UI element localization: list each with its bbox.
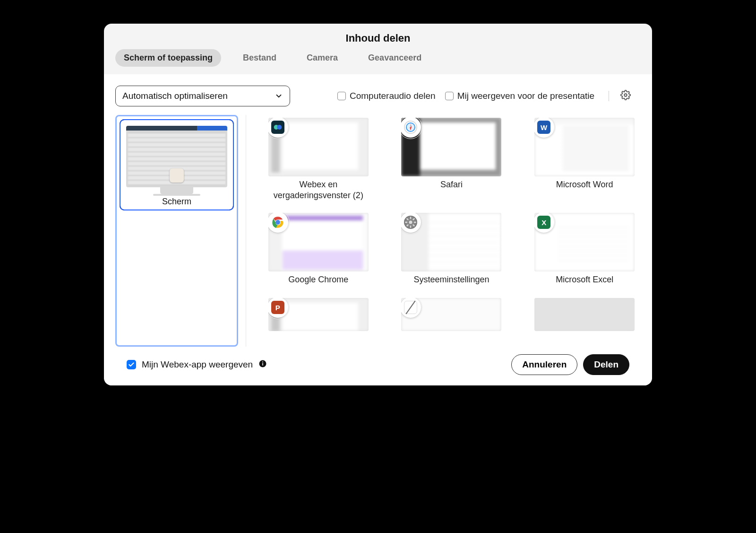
tab-advanced[interactable]: Geavanceerd bbox=[360, 49, 430, 67]
svg-point-5 bbox=[407, 124, 414, 131]
share-content-dialog: Inhoud delen Scherm of toepassing Bestan… bbox=[104, 24, 652, 385]
dialog-body: Automatisch optimaliseren Computeraudio … bbox=[104, 74, 652, 385]
svg-point-3 bbox=[406, 122, 415, 132]
app-item-other[interactable] bbox=[533, 298, 636, 345]
svg-line-18 bbox=[413, 225, 414, 226]
tab-file[interactable]: Bestand bbox=[234, 49, 285, 67]
app-thumbnail bbox=[401, 213, 501, 271]
app-thumbnail: X bbox=[534, 213, 635, 271]
svg-line-20 bbox=[413, 218, 414, 220]
dialog-title: Inhoud delen bbox=[104, 32, 652, 44]
share-computer-audio-checkbox[interactable]: Computeraudio delen bbox=[337, 91, 436, 101]
svg-point-12 bbox=[409, 221, 412, 224]
app-item-word[interactable]: WMicrosoft Word bbox=[533, 118, 636, 201]
word-app-icon: W bbox=[534, 118, 554, 138]
svg-point-1 bbox=[274, 125, 278, 130]
svg-point-11 bbox=[405, 217, 416, 227]
checkbox-box bbox=[337, 92, 346, 100]
app-thumbnail bbox=[534, 298, 635, 331]
app-item-textedit[interactable] bbox=[400, 298, 503, 345]
share-computer-audio-label: Computeraudio delen bbox=[350, 91, 436, 101]
safari-app-icon bbox=[401, 118, 421, 138]
excel-app-icon: X bbox=[534, 213, 554, 233]
checkbox-box bbox=[445, 92, 454, 100]
optimize-dropdown-value: Automatisch optimaliseren bbox=[122, 91, 228, 101]
tab-screen-or-app[interactable]: Scherm of toepassing bbox=[115, 49, 221, 67]
sysprefs-app-icon bbox=[401, 213, 421, 233]
show-me-for-presentation-checkbox[interactable]: Mij weergeven voor de presentatie bbox=[445, 91, 594, 101]
share-content-row: Scherm Webex en vergaderingsvenster (2)S… bbox=[115, 115, 641, 347]
applications-grid: Webex en vergaderingsvenster (2)SafariWM… bbox=[254, 115, 641, 347]
app-thumbnail: W bbox=[534, 118, 635, 176]
svg-point-4 bbox=[407, 123, 414, 131]
svg-point-9 bbox=[275, 220, 280, 225]
app-item-label: Webex en vergaderingsvenster (2) bbox=[267, 179, 370, 201]
app-item-chrome[interactable]: Google Chrome bbox=[267, 213, 370, 286]
svg-rect-22 bbox=[262, 363, 263, 366]
tab-camera[interactable]: Camera bbox=[298, 49, 346, 67]
show-me-for-presentation-label: Mij weergeven voor de presentatie bbox=[457, 91, 594, 101]
app-item-label: Google Chrome bbox=[288, 274, 348, 286]
dialog-header: Inhoud delen bbox=[104, 24, 652, 49]
app-item-label: Systeeminstellingen bbox=[413, 274, 489, 286]
chrome-app-icon bbox=[268, 213, 288, 233]
app-item-excel[interactable]: XMicrosoft Excel bbox=[533, 213, 636, 286]
textedit-app-icon bbox=[401, 298, 421, 318]
app-item-label: Microsoft Excel bbox=[556, 274, 613, 286]
svg-point-0 bbox=[624, 94, 627, 96]
tab-bar: Scherm of toepassing Bestand Camera Geav… bbox=[104, 49, 652, 74]
app-item-safari[interactable]: Safari bbox=[400, 118, 503, 201]
cancel-button[interactable]: Annuleren bbox=[511, 354, 577, 375]
app-thumbnail bbox=[401, 118, 501, 176]
svg-line-17 bbox=[407, 218, 408, 220]
show-webex-app-label: Mijn Webex-app weergeven bbox=[142, 359, 253, 370]
svg-point-23 bbox=[262, 361, 263, 362]
share-toolbar: Automatisch optimaliseren Computeraudio … bbox=[115, 86, 641, 106]
svg-marker-7 bbox=[410, 124, 411, 127]
settings-gear-icon[interactable] bbox=[620, 90, 631, 102]
app-item-sysprefs[interactable]: Systeeminstellingen bbox=[400, 213, 503, 286]
screen-thumbnail bbox=[126, 126, 227, 187]
panel-divider bbox=[246, 115, 246, 347]
screen-item-label: Scherm bbox=[120, 197, 233, 207]
svg-line-19 bbox=[407, 225, 408, 226]
app-item-webex[interactable]: Webex en vergaderingsvenster (2) bbox=[267, 118, 370, 201]
powerpoint-app-icon: P bbox=[268, 298, 288, 318]
app-item-powerpoint[interactable]: P bbox=[267, 298, 370, 345]
webex-app-icon bbox=[268, 118, 288, 138]
toolbar-divider bbox=[609, 91, 609, 101]
info-icon[interactable] bbox=[258, 359, 267, 370]
screen-item[interactable]: Scherm bbox=[120, 119, 234, 210]
show-webex-app-checkbox[interactable] bbox=[127, 360, 136, 369]
svg-marker-6 bbox=[410, 124, 412, 131]
app-thumbnail bbox=[268, 213, 369, 271]
share-button[interactable]: Delen bbox=[583, 354, 629, 375]
optimize-dropdown[interactable]: Automatisch optimaliseren bbox=[115, 86, 290, 106]
chevron-down-icon bbox=[275, 92, 283, 100]
app-thumbnail: P bbox=[268, 298, 369, 331]
app-thumbnail bbox=[268, 118, 369, 176]
svg-point-8 bbox=[272, 217, 283, 227]
app-item-label: Safari bbox=[440, 179, 463, 191]
svg-point-2 bbox=[277, 125, 282, 130]
app-item-label: Microsoft Word bbox=[556, 179, 613, 191]
screens-panel: Scherm bbox=[115, 115, 238, 347]
app-thumbnail bbox=[401, 298, 501, 331]
dialog-footer: Mijn Webex-app weergeven Annuleren Delen bbox=[115, 347, 641, 385]
